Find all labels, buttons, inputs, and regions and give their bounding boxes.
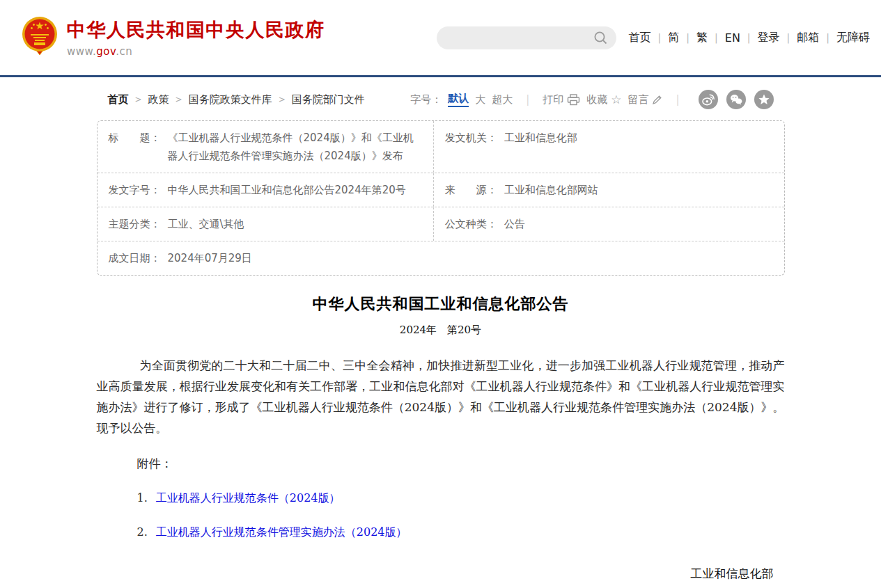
meta-label: 来 源：: [445, 181, 497, 199]
article-doc-number: 2024年 第20号: [97, 324, 785, 337]
signature-agency: 工业和信息化部: [97, 566, 785, 582]
font-size-xlarge-button[interactable]: 超大: [492, 93, 513, 106]
meta-label: 标 题：: [109, 129, 161, 165]
wechat-icon[interactable]: [726, 90, 746, 109]
national-emblem-icon: [21, 16, 59, 59]
meta-value: 2024年07月29日: [168, 249, 252, 267]
meta-value: 工业和信息化部网站: [504, 181, 598, 199]
breadcrumb-item-policy[interactable]: 政策: [148, 93, 169, 106]
attachment-item: 1.工业机器人行业规范条件（2024版）: [97, 491, 785, 506]
star-share-icon[interactable]: [754, 90, 774, 109]
nav-item-accessibility[interactable]: 无障碍: [836, 31, 870, 45]
content-container: 首页 > 政策 > 国务院政策文件库 > 国务院部门文件 字号： 默认 大 超大…: [97, 77, 785, 588]
meta-value: 工业和信息化部: [504, 129, 577, 165]
share-group: [699, 90, 774, 109]
breadcrumb-separator: >: [279, 95, 286, 104]
font-size-default-button[interactable]: 默认: [448, 92, 469, 107]
meta-cell-doc-number: 发文字号： 中华人民共和国工业和信息化部公告2024年第20号: [98, 173, 434, 207]
header-right: 首页 | 简 | 繁 | EN | 登录 | 邮箱 | 无障碍: [437, 26, 870, 49]
star-outline-icon: ☆: [611, 94, 621, 106]
meta-cell-category: 主题分类： 工业、交通\其他: [98, 207, 434, 241]
meta-label: 发文机关：: [445, 129, 497, 165]
document-meta-table: 标 题： 《工业机器人行业规范条件（2024版）》和《工业机器人行业规范条件管理…: [97, 120, 785, 276]
meta-value: 公告: [504, 215, 525, 233]
nav-separator: |: [686, 32, 689, 43]
breadcrumb-separator: >: [176, 95, 182, 104]
meta-value: 《工业机器人行业规范条件（2024版）》和《工业机器人行业规范条件管理实施办法（…: [168, 129, 422, 165]
search-box[interactable]: [437, 26, 616, 49]
meta-label: 发文字号：: [109, 181, 161, 199]
crumb-bar: 首页 > 政策 > 国务院政策文件库 > 国务院部门文件 字号： 默认 大 超大…: [97, 77, 785, 109]
site-logo-link[interactable]: 中华人民共和国中央人民政府 www.gov.cn: [21, 16, 325, 59]
top-nav: 首页 | 简 | 繁 | EN | 登录 | 邮箱 | 无障碍: [629, 31, 870, 45]
breadcrumb-item-department-docs[interactable]: 国务院部门文件: [292, 93, 365, 106]
nav-item-traditional[interactable]: 繁: [696, 31, 708, 45]
attachment-item: 2.工业机器人行业规范条件管理实施办法（2024版）: [97, 525, 785, 540]
article-title: 中华人民共和国工业和信息化部公告: [97, 294, 785, 315]
attachment-link-1[interactable]: 工业机器人行业规范条件（2024版）: [156, 491, 341, 504]
nav-item-simplified[interactable]: 简: [668, 31, 679, 45]
nav-separator: |: [658, 32, 662, 43]
site-header: 中华人民共和国中央人民政府 www.gov.cn 首页 | 简: [0, 0, 881, 77]
toolbar-divider: |: [676, 93, 679, 106]
nav-item-mailbox[interactable]: 邮箱: [797, 31, 819, 45]
nav-item-login[interactable]: 登录: [758, 31, 780, 45]
meta-row-date: 成文日期： 2024年07月29日: [98, 241, 784, 275]
pencil-icon: [652, 95, 662, 105]
attachments-label: 附件：: [97, 456, 785, 472]
meta-label: 公文种类：: [445, 215, 497, 233]
meta-value: 工业、交通\其他: [168, 215, 244, 233]
font-size-label: 字号：: [410, 93, 442, 106]
nav-item-english[interactable]: EN: [725, 31, 740, 45]
attachment-index: 1.: [137, 491, 148, 504]
meta-cell-date: 成文日期： 2024年07月29日: [98, 241, 784, 275]
meta-row-title: 标 题： 《工业机器人行业规范条件（2024版）》和《工业机器人行业规范条件管理…: [98, 121, 784, 173]
printer-icon: [567, 94, 580, 106]
meta-cell-source: 来 源： 工业和信息化部网站: [434, 173, 784, 207]
nav-item-home[interactable]: 首页: [629, 31, 651, 45]
meta-cell-issuing-agency: 发文机关： 工业和信息化部: [434, 121, 784, 173]
site-url: www.gov.cn: [67, 45, 325, 58]
nav-separator: |: [826, 32, 829, 43]
attachment-index: 2.: [137, 525, 148, 539]
site-title: 中华人民共和国中央人民政府: [67, 17, 325, 42]
article: 中华人民共和国工业和信息化部公告 2024年 第20号 为全面贯彻党的二十大和二…: [97, 294, 785, 588]
comment-button[interactable]: 留言: [627, 93, 662, 106]
meta-label: 成文日期：: [109, 249, 161, 267]
print-label: 打印: [543, 93, 563, 106]
favorite-button[interactable]: 收藏 ☆: [586, 93, 621, 106]
site-url-prefix: www.: [67, 45, 96, 58]
logo-text: 中华人民共和国中央人民政府 www.gov.cn: [67, 17, 325, 58]
nav-separator: |: [715, 32, 718, 43]
attachment-link-2[interactable]: 工业机器人行业规范条件管理实施办法（2024版）: [156, 525, 407, 539]
comment-label: 留言: [627, 93, 648, 106]
meta-row-doc-number: 发文字号： 中华人民共和国工业和信息化部公告2024年第20号 来 源： 工业和…: [98, 173, 784, 207]
font-size-large-button[interactable]: 大: [475, 93, 485, 106]
breadcrumb-item-policy-library[interactable]: 国务院政策文件库: [189, 93, 272, 106]
article-paragraph: 为全面贯彻党的二十大和二十届二中、三中全会精神，加快推进新型工业化，进一步加强工…: [97, 355, 785, 438]
print-button[interactable]: 打印: [543, 93, 580, 106]
article-toolbar: 字号： 默认 大 超大 | 打印 收藏: [410, 90, 773, 109]
breadcrumb-item-home[interactable]: 首页: [108, 93, 129, 106]
search-icon[interactable]: [593, 31, 608, 45]
page: 中华人民共和国中央人民政府 www.gov.cn 首页 | 简: [0, 0, 881, 588]
toolbar-divider: |: [526, 93, 529, 106]
nav-separator: |: [747, 32, 751, 43]
meta-label: 主题分类：: [109, 215, 161, 233]
meta-row-category: 主题分类： 工业、交通\其他 公文种类： 公告: [98, 207, 784, 241]
site-url-suffix: .cn: [116, 45, 132, 58]
nav-separator: |: [787, 32, 790, 43]
meta-value: 中华人民共和国工业和信息化部公告2024年第20号: [168, 181, 406, 199]
meta-cell-title: 标 题： 《工业机器人行业规范条件（2024版）》和《工业机器人行业规范条件管理…: [98, 121, 434, 173]
breadcrumb-separator: >: [135, 95, 142, 104]
search-input[interactable]: [437, 26, 616, 49]
breadcrumb: 首页 > 政策 > 国务院政策文件库 > 国务院部门文件: [108, 93, 365, 106]
site-url-gov: gov: [96, 45, 116, 58]
weibo-icon[interactable]: [699, 90, 718, 109]
favorite-label: 收藏: [586, 93, 607, 106]
meta-cell-doc-type: 公文种类： 公告: [434, 207, 784, 241]
